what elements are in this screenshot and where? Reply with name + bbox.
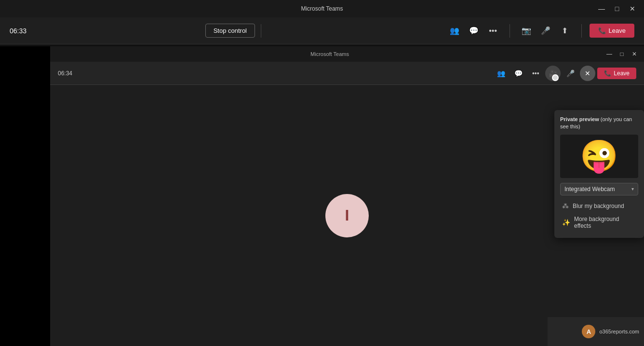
inner-participants-button[interactable]: 👥 [493,66,509,81]
participant-avatar: I [325,194,369,237]
inner-maximize-button[interactable]: □ [617,49,627,59]
webcam-name: Integrated Webcam [564,186,615,193]
effects-label: More background effects [574,216,636,229]
watermark-letter: A [587,328,591,335]
outer-window-controls: — □ ✕ [596,3,638,14]
outer-title: Microsoft Teams [301,5,343,12]
inner-title: Microsoft Teams [55,51,604,57]
private-preview-label: Private preview (only you can see this) [560,116,638,131]
maximize-button[interactable]: □ [611,3,623,14]
mic-icon: 🎤 [541,26,550,35]
close-button[interactable]: ✕ [627,3,638,14]
blur-background-item[interactable]: ⁂ Blur my background [560,199,638,213]
inner-more-button[interactable]: ••• [528,66,543,81]
inner-video-button[interactable]: 🎥 [545,66,561,81]
phone-icon: 📞 [598,27,606,34]
outer-content: Microsoft Teams — □ ✕ 06:34 👥 💬 [0,44,644,346]
leave-button[interactable]: 📞 Leave [590,24,634,38]
inner-phone-icon: 📞 [604,70,611,77]
inner-chat-button[interactable]: 💬 [510,66,526,81]
watermark-avatar: A [582,325,595,338]
chat-icon: 💬 [469,26,479,35]
preview-emoji: 😜 [560,135,638,178]
toolbar-divider3 [581,24,582,38]
inner-toolbar: 06:34 👥 💬 ••• 🎥 [50,62,644,85]
inner-video-icon: 🎥 [549,69,557,77]
inner-timer: 06:34 [58,70,72,77]
blur-icon: ⁂ [562,202,569,210]
inner-more-icon: ••• [532,69,539,77]
outer-toolbar-icons: 👥 💬 ••• 📷 🎤 ⬆ 📞 Leave [446,22,634,40]
outer-titlebar: Microsoft Teams — □ ✕ [0,0,644,17]
inner-leave-button[interactable]: 📞 Leave [597,68,636,79]
outer-toolbar: 06:33 Stop control 👥 💬 ••• 📷 🎤 ⬆ [0,17,644,44]
inner-mic-icon: 🎤 [566,69,575,77]
video-off-icon: 📷 [522,26,531,35]
share-icon: ⬆ [562,26,568,35]
inner-chat-icon: 💬 [514,69,523,77]
microphone-button[interactable]: 🎤 [537,22,554,40]
toolbar-divider2 [510,24,510,38]
watermark: A o365reports.com [548,317,644,346]
video-button[interactable]: 📷 [518,22,535,40]
left-sidebar [0,46,50,346]
camera-popup: Private preview (only you can see this) … [554,110,644,238]
camera-preview: 😜 [560,135,638,178]
inner-dismiss-button[interactable]: ✕ [580,66,595,81]
chat-button[interactable]: 💬 [465,22,483,40]
inner-window-controls: — □ ✕ [604,49,639,59]
inner-participants-icon: 👥 [497,69,505,77]
outer-window: Microsoft Teams — □ ✕ 06:33 Stop control… [0,0,644,346]
inner-minimize-button[interactable]: — [604,49,614,59]
stop-control-button[interactable]: Stop control [205,24,255,38]
watermark-site: o365reports.com [599,329,639,334]
blur-label: Blur my background [573,203,624,209]
share-button[interactable]: ⬆ [556,22,574,40]
more-icon: ••• [489,27,497,35]
inner-x-icon: ✕ [585,69,590,77]
participants-button[interactable]: 👥 [446,22,463,40]
more-options-button[interactable]: ••• [484,22,502,40]
inner-close-button[interactable]: ✕ [630,49,639,59]
inner-window: Microsoft Teams — □ ✕ 06:34 👥 💬 [50,46,644,346]
background-effects-item[interactable]: ✨ More background effects [560,213,638,232]
participants-icon: 👥 [450,26,459,35]
chevron-down-icon: ▾ [631,186,634,192]
minimize-button[interactable]: — [596,3,607,14]
inner-titlebar: Microsoft Teams — □ ✕ [50,46,644,62]
avatar-letter: I [345,207,349,224]
toolbar-divider [261,24,261,38]
webcam-selector[interactable]: Integrated Webcam ▾ [560,183,638,195]
outer-timer: 06:33 [10,27,27,35]
inner-mic-button[interactable]: 🎤 [563,66,578,81]
inner-toolbar-icons: 👥 💬 ••• 🎥 🎤 [493,66,636,81]
inner-content: I Private preview (only you can see this… [50,85,644,346]
effects-icon: ✨ [562,219,570,226]
